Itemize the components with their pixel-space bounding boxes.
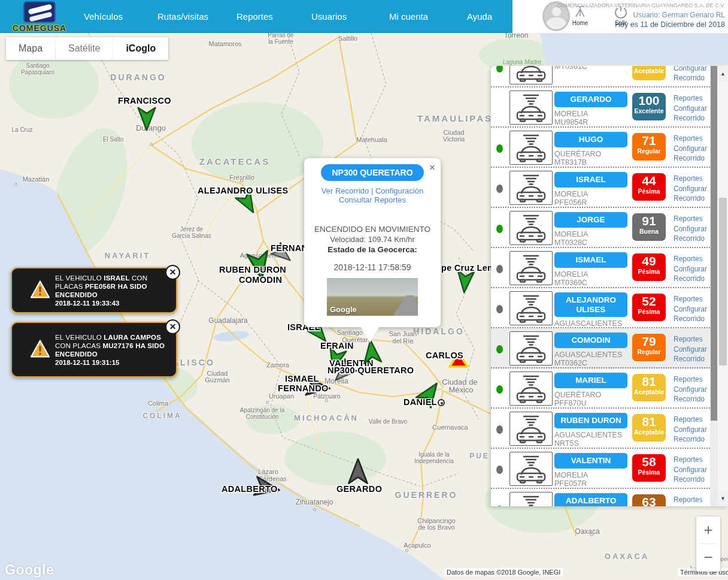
nav-usuarios[interactable]: Usuarios bbox=[311, 11, 347, 22]
nav-vehiculos[interactable]: Vehículos bbox=[84, 11, 123, 22]
row-link-recorrido[interactable]: Recorrido bbox=[674, 354, 707, 364]
row-link-recorrido[interactable]: Recorrido bbox=[674, 314, 707, 324]
row-link-reportes[interactable]: Reportes bbox=[674, 254, 707, 264]
nav-mi-cuenta[interactable]: Mi cuenta bbox=[389, 11, 428, 22]
vehicle-name-button[interactable]: ISMAEL bbox=[554, 252, 627, 268]
score-rating: Buena bbox=[639, 228, 659, 235]
row-link-recorrido[interactable]: Recorrido bbox=[674, 394, 707, 404]
row-link-configurar[interactable]: Configurar bbox=[674, 264, 707, 274]
row-links: ReportesConfigurarRecorrido bbox=[674, 134, 707, 164]
tab-mapa[interactable]: Mapa bbox=[6, 37, 55, 60]
vehicle-name-button[interactable]: MARIEL bbox=[554, 373, 627, 388]
score-badge: 58 Pésima bbox=[632, 454, 666, 482]
zoom-out-button[interactable]: − bbox=[696, 544, 720, 571]
nav-reportes[interactable]: Reportes bbox=[236, 11, 273, 22]
close-icon[interactable]: ✕ bbox=[165, 319, 180, 334]
link-ver-recorrido[interactable]: Ver Recorrido bbox=[321, 186, 369, 195]
vehicle-marker-label[interactable]: DANIEL bbox=[404, 397, 437, 407]
row-link-recorrido[interactable]: Recorrido bbox=[674, 113, 707, 123]
vehicle-marker-label[interactable]: GERARDO bbox=[336, 484, 382, 494]
home-label[interactable]: Home bbox=[568, 20, 592, 26]
row-link-recorrido[interactable]: Recorrido bbox=[674, 73, 707, 83]
vehicle-name-button[interactable]: ADALBERTO bbox=[554, 493, 627, 506]
row-link-configurar[interactable]: Configurar bbox=[674, 304, 707, 315]
vehicle-name-button[interactable]: RUBEN DURON bbox=[554, 413, 627, 428]
close-icon[interactable]: × bbox=[429, 162, 435, 173]
vehicle-marker-label[interactable]: ISMAEL bbox=[285, 374, 319, 383]
row-link-recorrido[interactable]: Recorrido bbox=[674, 274, 707, 284]
row-link-configurar[interactable]: Configurar bbox=[674, 224, 707, 234]
row-link-reportes[interactable]: Reportes bbox=[674, 415, 707, 425]
row-link-reportes[interactable]: Reportes bbox=[674, 455, 707, 465]
row-link-reportes[interactable]: Reportes bbox=[674, 134, 707, 144]
popup-speed-text: Velocidad: 109.74 Km/hr bbox=[304, 235, 441, 244]
row-link-reportes[interactable]: Reportes bbox=[674, 214, 707, 224]
vehicle-name-button[interactable]: JORGE bbox=[554, 212, 627, 228]
row-link-configurar[interactable]: Configurar bbox=[674, 104, 707, 114]
row-link-reportes[interactable]: Reportes bbox=[674, 174, 707, 184]
user-name-line: Usuario: German Genaro RL bbox=[633, 11, 725, 19]
row-link-reportes[interactable]: Reportes bbox=[674, 294, 707, 304]
streetview-thumbnail[interactable]: Google bbox=[327, 278, 418, 316]
outer-scrollbar-thumb[interactable] bbox=[719, 198, 727, 365]
outer-scrollbar[interactable]: ▲ ▼ bbox=[718, 66, 728, 506]
alert-vehicle-encendido-2: EL VEHICULO LAURA CAMPOS CON PLACAS MU27… bbox=[11, 322, 177, 377]
vehicle-name-button[interactable]: HUGO bbox=[554, 132, 627, 147]
vehicle-marker-label[interactable]: FERNANDO bbox=[278, 383, 329, 393]
vehicle-marker-label[interactable]: COMODIN bbox=[239, 275, 282, 285]
vehicle-row: ADALBERTO 63 ReportesConfigurarRecorrido bbox=[491, 489, 710, 506]
row-link-configurar[interactable]: Configurar bbox=[674, 505, 707, 507]
alert-vehicle-encendido-1: EL VEHICULO ISRAEL CON PLACAS PFE056R HA… bbox=[11, 267, 177, 313]
row-link-reportes[interactable]: Reportes bbox=[674, 374, 707, 385]
row-link-recorrido[interactable]: Recorrido bbox=[674, 434, 707, 445]
row-link-configurar[interactable]: Configurar bbox=[674, 144, 707, 154]
vehicle-marker-arrow[interactable] bbox=[358, 339, 386, 369]
vehicle-name-button[interactable]: GERARDO bbox=[554, 92, 627, 107]
alert-timestamp: 2018-12-11 19:31:15 bbox=[55, 359, 168, 366]
vehicle-name-button[interactable]: ISRAEL bbox=[554, 172, 627, 188]
vehicle-marker-label[interactable]: pe Cruz Lem bbox=[441, 263, 495, 273]
link-consultar-reportes[interactable]: Consultar Reportes bbox=[339, 195, 406, 204]
alert-body: EL VEHICULO ISRAEL CON PLACAS PFE056R HA… bbox=[55, 268, 168, 312]
vehicle-marker-label[interactable]: CARLOS bbox=[426, 351, 463, 360]
vehicle-name-button[interactable]: ALEJANDRO ULISES bbox=[554, 292, 627, 317]
row-link-configurar[interactable]: Configurar bbox=[674, 385, 707, 395]
comegusa-logo[interactable]: COMEGUSA bbox=[4, 1, 75, 33]
tab-satelite[interactable]: Satélite bbox=[56, 37, 113, 60]
row-link-recorrido[interactable]: Recorrido bbox=[674, 153, 707, 164]
vehicle-name-button[interactable]: VALENTIN bbox=[554, 453, 627, 469]
vehicle-marker-label[interactable]: ALEJANDRO ULISES bbox=[198, 186, 288, 195]
zoom-in-button[interactable]: + bbox=[696, 516, 720, 543]
popup-vehicle-button[interactable]: NP300 QUERETARO bbox=[321, 164, 423, 181]
vehicle-marker-label[interactable]: RUBEN DURON bbox=[219, 265, 286, 274]
row-link-reportes[interactable]: Reportes bbox=[674, 93, 707, 104]
row-link-configurar[interactable]: Configurar bbox=[674, 184, 707, 194]
map-zoom-control: + − bbox=[696, 516, 720, 572]
row-link-recorrido[interactable]: Recorrido bbox=[674, 194, 707, 204]
inner-scrollbar-thumb[interactable] bbox=[711, 66, 717, 421]
inner-scrollbar[interactable] bbox=[710, 66, 718, 506]
row-link-configurar[interactable]: Configurar bbox=[674, 66, 707, 73]
vehicle-marker-arrow[interactable] bbox=[133, 104, 160, 134]
row-link-configurar[interactable]: Configurar bbox=[674, 345, 707, 355]
row-link-reportes[interactable]: Reportes bbox=[674, 334, 707, 345]
nav-rutas-visitas[interactable]: Rutas/visitas bbox=[157, 11, 208, 22]
google-logo[interactable]: Google bbox=[5, 562, 54, 578]
vehicle-marker-label[interactable]: ADALBERTO bbox=[222, 484, 277, 494]
tab-icoglo[interactable]: iCoglo bbox=[113, 37, 168, 60]
vehicle-marker-label[interactable]: EFRAIN bbox=[320, 341, 354, 351]
row-link-configurar[interactable]: Configurar bbox=[674, 465, 707, 475]
close-icon[interactable]: ✕ bbox=[165, 265, 180, 280]
link-configuracion[interactable]: Configuración bbox=[375, 186, 423, 195]
vehicle-marker-label[interactable]: FRANCISCO bbox=[118, 96, 171, 105]
popup-timestamp: 2018-12-11 17:58:59 bbox=[304, 262, 441, 272]
row-link-recorrido[interactable]: Recorrido bbox=[674, 475, 707, 485]
row-link-configurar[interactable]: Configurar bbox=[674, 425, 707, 435]
row-link-reportes[interactable]: Reportes bbox=[674, 495, 707, 505]
scroll-down-icon[interactable]: ▼ bbox=[718, 491, 728, 506]
vehicle-marker-label[interactable]: NP300 QUERETARO bbox=[327, 365, 414, 375]
row-link-recorrido[interactable]: Recorrido bbox=[674, 234, 707, 244]
vehicle-name-button[interactable]: COMODIN bbox=[554, 333, 627, 348]
nav-ayuda[interactable]: Ayuda bbox=[467, 11, 492, 22]
scroll-up-icon[interactable]: ▲ bbox=[718, 66, 728, 81]
